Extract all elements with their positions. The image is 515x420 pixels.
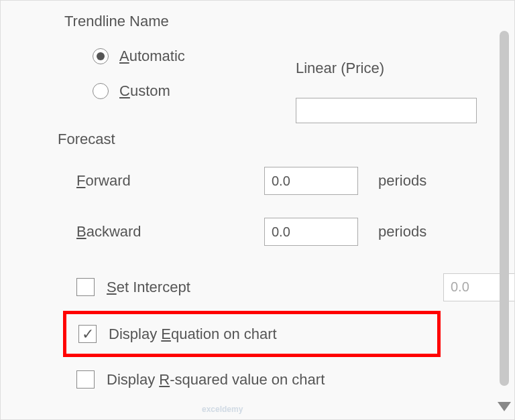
forecast-header: Forecast [58,131,508,148]
display-equation-row[interactable]: Display Equation on chart [73,316,437,352]
display-equation-checkbox[interactable] [78,325,97,343]
display-rsquared-row[interactable]: Display R-squared value on chart [71,361,508,398]
radio-custom-label: Custom [119,82,170,100]
trendline-name-display: Linear (Price) [296,60,384,77]
scrollbar-down-arrow-icon[interactable] [498,402,511,411]
display-equation-label: Display Equation on chart [109,326,277,343]
radio-custom[interactable] [93,83,109,99]
forward-input[interactable] [264,167,358,195]
backward-row: Backward periods [76,218,508,246]
trendline-options-panel: Trendline Name Automatic Linear (Price) … [1,1,514,419]
set-intercept-checkbox[interactable] [76,278,95,296]
radio-automatic[interactable] [93,48,109,64]
forward-label: Forward [76,172,264,190]
radio-automatic-label: Automatic [119,48,185,65]
watermark: exceldemy [202,405,243,414]
backward-input[interactable] [264,218,358,246]
display-rsquared-label: Display R-squared value on chart [107,371,325,389]
trendline-name-header: Trendline Name [64,13,508,30]
backward-unit: periods [378,223,426,240]
display-rsquared-checkbox[interactable] [76,370,95,389]
set-intercept-label: Set Intercept [107,279,190,296]
custom-name-input[interactable] [296,98,477,123]
forward-row: Forward periods [76,167,508,195]
backward-label: Backward [76,223,264,240]
forward-unit: periods [378,172,426,190]
highlight-box: Display Equation on chart [63,311,441,357]
set-intercept-row[interactable]: Set Intercept [71,269,508,305]
scrollbar-thumb[interactable] [500,31,509,386]
